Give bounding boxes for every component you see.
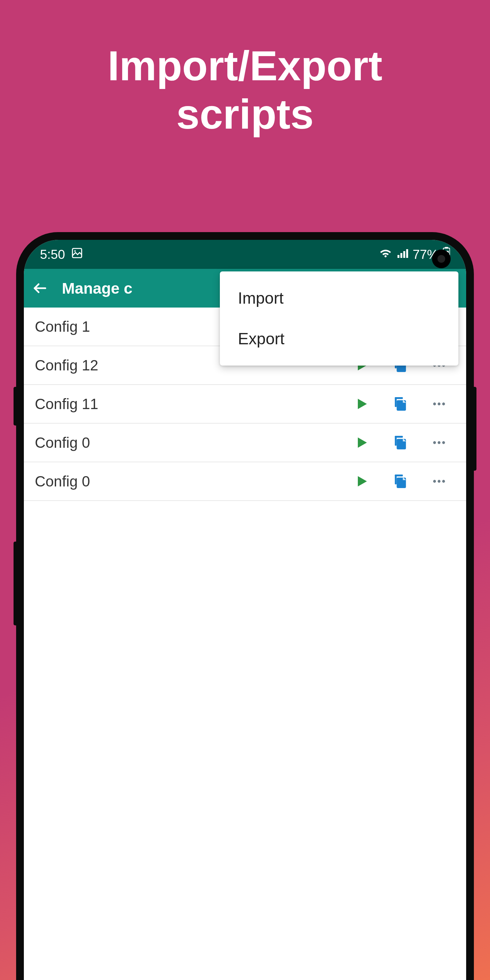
svg-point-24 xyxy=(433,441,436,444)
phone-side-button xyxy=(473,387,476,471)
promo-title-line2: scripts xyxy=(177,91,313,138)
row-actions xyxy=(352,433,455,452)
svg-point-30 xyxy=(438,480,441,483)
more-button[interactable] xyxy=(430,472,449,491)
svg-point-19 xyxy=(433,402,436,406)
config-name: Config 0 xyxy=(35,434,345,451)
status-time: 5:50 xyxy=(40,247,65,262)
svg-point-31 xyxy=(442,480,445,483)
copy-button[interactable] xyxy=(391,433,410,452)
play-button[interactable] xyxy=(352,433,371,452)
row-actions xyxy=(352,472,455,491)
svg-rect-7 xyxy=(445,247,448,248)
list-item[interactable]: Config 0 xyxy=(24,462,466,501)
svg-rect-2 xyxy=(398,255,399,258)
more-button[interactable] xyxy=(430,394,449,414)
promo-title: Import/Export scripts xyxy=(0,42,490,138)
svg-rect-4 xyxy=(403,251,405,258)
status-left: 5:50 xyxy=(40,247,83,262)
svg-rect-23 xyxy=(395,436,397,446)
phone-side-button xyxy=(14,542,17,625)
row-actions xyxy=(352,394,455,414)
svg-rect-28 xyxy=(395,474,397,485)
svg-rect-5 xyxy=(406,249,408,258)
more-button[interactable] xyxy=(430,433,449,452)
menu-item-export[interactable]: Export xyxy=(220,318,458,359)
svg-point-29 xyxy=(433,480,436,483)
phone-screen: 5:50 xyxy=(24,240,466,980)
phone-side-button xyxy=(14,387,17,426)
svg-point-25 xyxy=(438,441,441,444)
signal-icon xyxy=(396,247,408,262)
svg-rect-3 xyxy=(400,253,402,258)
svg-rect-18 xyxy=(395,397,397,407)
wifi-icon xyxy=(379,247,392,262)
status-bar: 5:50 xyxy=(24,240,466,269)
copy-button[interactable] xyxy=(391,394,410,414)
image-icon xyxy=(71,247,83,262)
play-button[interactable] xyxy=(352,472,371,491)
svg-point-21 xyxy=(442,402,445,406)
list-item[interactable]: Config 11 xyxy=(24,385,466,423)
overflow-menu: Import Export xyxy=(220,271,458,366)
svg-point-26 xyxy=(442,441,445,444)
front-camera xyxy=(432,250,451,268)
copy-button[interactable] xyxy=(391,472,410,491)
config-name: Config 11 xyxy=(35,395,345,413)
list-item[interactable]: Config 0 xyxy=(24,423,466,462)
menu-item-import[interactable]: Import xyxy=(220,278,458,318)
config-name: Config 0 xyxy=(35,473,345,490)
svg-point-20 xyxy=(438,402,441,406)
promo-title-line1: Import/Export xyxy=(108,42,382,89)
play-button[interactable] xyxy=(352,394,371,414)
svg-point-1 xyxy=(74,250,76,252)
back-button[interactable] xyxy=(30,278,49,298)
phone-frame: 5:50 xyxy=(16,232,474,980)
